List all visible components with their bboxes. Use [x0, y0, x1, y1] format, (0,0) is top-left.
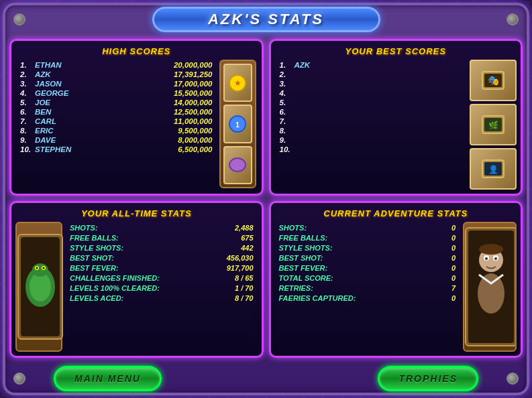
hs-rank-10: 10. — [18, 145, 33, 154]
high-score-row: 3. Jason 17,000,000 — [18, 79, 215, 88]
all-time-stat-row: Shots: 2,488 — [68, 222, 255, 233]
hs-rank-6: 6. — [18, 107, 33, 117]
at-label-2: Free Balls: — [68, 233, 210, 243]
svg-point-18 — [32, 263, 48, 277]
current-adventure-stats-table: Shots: 0 Free Balls: 0 Style Shots: 0 Be… — [278, 222, 458, 303]
hs-score-3: 17,000,000 — [87, 79, 215, 88]
svg-point-31 — [479, 244, 503, 255]
high-score-row: 8. Eric 9,500,000 — [18, 126, 215, 135]
high-scores-panel: High Scores 1. Ethan 20,000,000 2. Azk 1… — [9, 39, 264, 196]
at-value-8: 8 / 70 — [210, 293, 255, 303]
current-adventure-stat-row: Shots: 0 — [278, 222, 458, 233]
ca-label-8: Faeries Captured: — [278, 293, 443, 303]
current-adventure-stat-row: Free Balls: 0 — [278, 233, 458, 243]
ca-value-2: 0 — [443, 233, 457, 243]
hs-rank-8: 8. — [18, 126, 33, 135]
hs-name-10: Stephen — [33, 145, 87, 154]
svg-point-22 — [43, 267, 45, 269]
high-scores-title: High Scores — [18, 46, 255, 56]
bs-name-8 — [292, 126, 346, 135]
hs-name-5: Joe — [33, 98, 87, 107]
ca-label-6: Total Score: — [278, 273, 443, 283]
bs-rank-5: 5. — [278, 98, 292, 107]
bs-frame-2: 🌿 — [470, 104, 517, 145]
trophies-button[interactable]: Trophies — [378, 366, 478, 391]
at-value-2: 675 — [210, 233, 255, 243]
ca-label-2: Free Balls: — [278, 233, 443, 243]
high-score-row: 7. Carl 11,000,000 — [18, 117, 215, 126]
ca-value-7: 7 — [443, 283, 457, 293]
hs-rank-9: 9. — [18, 135, 33, 145]
svg-point-26 — [478, 273, 504, 314]
your-best-scores-panel: Your Best Scores 1. Azk 17,391,250 2. 3.… — [269, 39, 523, 196]
all-time-stats-table: Shots: 2,488 Free Balls: 675 Style Shots… — [68, 222, 255, 303]
high-scores-table: 1. Ethan 20,000,000 2. Azk 17,391,250 3.… — [18, 60, 215, 154]
svg-point-30 — [494, 257, 497, 260]
hs-score-8: 9,500,000 — [87, 126, 215, 135]
all-time-stat-row: Style Shots: 442 — [68, 243, 255, 253]
all-time-stats-panel: Your All-Time Stats Shots: 2,488 Free Ba… — [9, 201, 264, 358]
at-label-7: Levels 100% Cleared: — [68, 283, 210, 293]
at-label-5: Best Fever: — [68, 263, 210, 273]
bs-rank-9: 9. — [278, 135, 292, 145]
hs-score-10: 6,500,000 — [87, 145, 215, 154]
title-bar: AZK's Stats — [152, 7, 380, 32]
ca-label-4: Best Shot: — [278, 253, 443, 263]
at-label-1: Shots: — [68, 222, 210, 233]
all-time-stats-title: Your All-Time Stats — [18, 208, 255, 218]
content-area: High Scores 1. Ethan 20,000,000 2. Azk 1… — [9, 39, 523, 358]
current-adventure-stats-title: Current Adventure Stats — [278, 208, 515, 218]
frame-1: ★ — [223, 64, 252, 102]
all-time-decorative-img — [15, 222, 62, 352]
at-value-6: 8 / 65 — [210, 273, 255, 283]
current-adventure-stat-row: Best Shot: 0 — [278, 253, 458, 263]
page-title: AZK's Stats — [208, 11, 324, 28]
svg-point-4 — [229, 158, 246, 172]
hs-score-5: 14,000,000 — [87, 98, 215, 107]
hs-score-7: 11,000,000 — [87, 117, 215, 126]
high-score-row: 4. George 15,500,000 — [18, 88, 215, 98]
bs-rank-4: 4. — [278, 88, 292, 98]
bs-frame-3: 👤 — [470, 148, 517, 190]
ca-label-5: Best Fever: — [278, 263, 443, 273]
svg-text:1: 1 — [235, 121, 240, 129]
current-adventure-stats-panel: Current Adventure Stats Shots: 0 Free Ba… — [269, 201, 523, 358]
hs-rank-3: 3. — [18, 79, 33, 88]
bs-rank-2: 2. — [278, 70, 292, 79]
bs-frames: 🎭 🌿 👤 — [470, 60, 517, 190]
ca-value-8: 0 — [443, 293, 457, 303]
hs-score-4: 15,500,000 — [87, 88, 215, 98]
hs-rank-2: 2. — [18, 70, 33, 79]
at-label-3: Style Shots: — [68, 243, 210, 253]
hs-rank-7: 7. — [18, 117, 33, 126]
screw-top-left — [13, 13, 25, 25]
bs-name-9 — [292, 135, 346, 145]
all-time-stat-row: Levels Aced: 8 / 70 — [68, 293, 255, 303]
bottom-bar: Main Menu Trophies — [0, 366, 532, 391]
at-value-1: 2,488 — [210, 222, 255, 233]
hs-name-2: Azk — [33, 70, 87, 79]
high-score-row: 5. Joe 14,000,000 — [18, 98, 215, 107]
at-label-4: Best Shot: — [68, 253, 210, 263]
hs-score-6: 12,500,000 — [87, 107, 215, 117]
frame-3 — [223, 146, 252, 184]
current-adventure-stat-row: Total Score: 0 — [278, 273, 458, 283]
at-value-5: 917,700 — [210, 263, 255, 273]
at-value-3: 442 — [210, 243, 255, 253]
main-menu-button[interactable]: Main Menu — [54, 366, 162, 391]
svg-point-21 — [36, 267, 38, 269]
hs-name-6: Ben — [33, 107, 87, 117]
at-label-8: Levels Aced: — [68, 293, 210, 303]
bs-rank-6: 6. — [278, 107, 292, 117]
all-time-stat-row: Best Shot: 456,030 — [68, 253, 255, 263]
bs-rank-8: 8. — [278, 126, 292, 135]
hs-score-9: 8,000,000 — [87, 135, 215, 145]
current-adventure-stat-row: Faeries Captured: 0 — [278, 293, 458, 303]
bs-name-2 — [292, 70, 346, 79]
bs-name-10 — [292, 145, 346, 154]
at-value-4: 456,030 — [210, 253, 255, 263]
bs-frame-1: 🎭 — [470, 60, 517, 101]
high-score-row: 2. Azk 17,391,250 — [18, 70, 215, 79]
svg-text:★: ★ — [234, 78, 242, 88]
hs-name-1: Ethan — [33, 60, 87, 70]
